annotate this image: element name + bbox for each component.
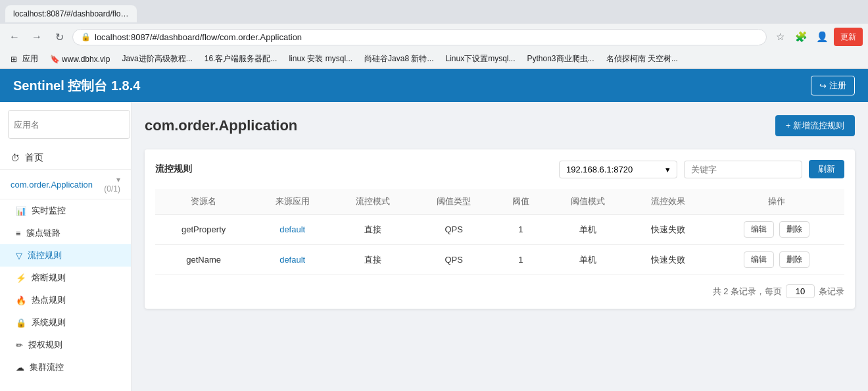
cell-source: default — [252, 245, 333, 275]
bookmark-conan[interactable]: 名侦探柯南 天空树... — [601, 52, 683, 66]
address-bar[interactable]: 🔒 localhost:8087/#/dashboard/flow/com.or… — [72, 29, 767, 45]
expand-icon: ▾ — [116, 175, 120, 184]
bookmark-client[interactable]: 16.客户端服务器配... — [199, 52, 283, 66]
cell-threshold-type: QPS — [414, 245, 494, 275]
sidebar-item-degrade[interactable]: ⚡ 熔断规则 — [0, 267, 131, 289]
bookmark-mysql2[interactable]: Linux下设置mysql... — [440, 52, 520, 66]
refresh-button[interactable]: 刷新 — [809, 160, 844, 178]
total-text: 共 2 条记录，每页 — [713, 286, 782, 298]
table-row: getName default 直接 QPS 1 单机 快速失败 编辑 删除 — [155, 245, 844, 275]
sidebar-item-cluster-flow[interactable]: ☁ 集群流控 — [0, 356, 131, 378]
bookmarks-bar: ⊞ 应用 🔖 www.dbhx.vip Java进阶高级教程... 16.客户端… — [0, 50, 868, 68]
bookmark-apps[interactable]: ⊞ 应用 — [5, 52, 43, 66]
col-threshold: 阈值 — [494, 189, 548, 215]
table-filters: 192.168.6.1:8720 ▾ 刷新 — [559, 160, 844, 178]
table-toolbar: 流控规则 192.168.6.1:8720 ▾ 刷新 — [155, 160, 844, 178]
sidebar-item-auth[interactable]: ✏ 授权规则 — [0, 334, 131, 356]
table-row: getProperty default 直接 QPS 1 单机 快速失败 编辑 … — [155, 215, 844, 245]
edit-button[interactable]: 编辑 — [744, 221, 774, 238]
cell-threshold: 1 — [494, 245, 548, 275]
reload-button[interactable]: ↻ — [50, 28, 68, 46]
browser-actions: ☆ 🧩 👤 更新 — [771, 28, 863, 46]
system-icon: 🔒 — [16, 318, 26, 328]
sidebar-item-cluster-link[interactable]: ≡ 簇点链路 — [0, 222, 131, 244]
cell-threshold-type: QPS — [414, 215, 494, 245]
cell-resource: getName — [155, 245, 252, 275]
col-threshold-type: 阈值类型 — [414, 189, 494, 215]
register-button[interactable]: ↪ 注册 — [811, 76, 855, 95]
keyword-input[interactable] — [684, 161, 802, 178]
page-header: com.order.Application + 新增流控规则 — [145, 115, 855, 136]
table-pagination: 共 2 条记录，每页 条记录 — [155, 284, 844, 298]
cluster-link-icon: ≡ — [16, 228, 21, 238]
sidebar-item-flow[interactable]: ▽ 流控规则 — [0, 244, 131, 267]
cell-threshold-mode: 单机 — [547, 245, 628, 275]
auth-icon: ✏ — [16, 340, 23, 350]
ip-select[interactable]: 192.168.6.1:8720 ▾ — [559, 161, 677, 178]
bookmark-python[interactable]: Python3商业爬虫... — [522, 52, 600, 66]
cell-effect: 快速失败 — [628, 245, 709, 275]
cell-threshold: 1 — [494, 215, 548, 245]
tab-title: localhost:8087/#/dashboard/flow/com.orde… — [13, 9, 137, 18]
browser-toolbar: ← → ↻ 🔒 localhost:8087/#/dashboard/flow/… — [0, 24, 868, 50]
ip-value: 192.168.6.1:8720 — [566, 165, 633, 174]
table-section-title: 流控规则 — [155, 163, 192, 175]
sidebar-item-system[interactable]: 🔒 系统规则 — [0, 311, 131, 334]
sidebar-item-hotspot[interactable]: 🔥 热点规则 — [0, 289, 131, 311]
realtime-icon: 📊 — [16, 206, 26, 216]
cell-flow-mode: 直接 — [333, 245, 414, 275]
browser-tab[interactable]: localhost:8087/#/dashboard/flow/com.orde… — [5, 5, 137, 22]
profile-button[interactable]: 👤 — [813, 28, 831, 46]
lock-icon: 🔒 — [81, 32, 91, 41]
page-size-input[interactable] — [786, 284, 815, 298]
flow-icon: ▽ — [16, 251, 22, 261]
cell-effect: 快速失败 — [628, 215, 709, 245]
cluster-flow-icon: ☁ — [16, 363, 24, 373]
update-button[interactable]: 更新 — [834, 28, 863, 46]
col-flow-mode: 流控模式 — [333, 189, 414, 215]
bookmark-java[interactable]: Java进阶高级教程... — [116, 52, 197, 66]
delete-button[interactable]: 删除 — [779, 251, 809, 268]
home-label: 首页 — [25, 152, 43, 164]
app-header: Sentinel 控制台 1.8.4 ↪ 注册 — [0, 69, 868, 102]
browser-tabs: localhost:8087/#/dashboard/flow/com.orde… — [0, 0, 868, 24]
col-threshold-mode: 阈值模式 — [547, 189, 628, 215]
col-source: 来源应用 — [252, 189, 333, 215]
app-body: 搜索 ⏱ 首页 com.order.Application ▾ (0/1) 📊 … — [0, 102, 868, 391]
app-title: Sentinel 控制台 1.8.4 — [13, 77, 140, 95]
sidebar-item-realtime[interactable]: 📊 实时监控 — [0, 199, 131, 222]
app-name-label: com.order.Application — [11, 180, 93, 190]
page-title: com.order.Application — [145, 117, 297, 134]
bookmark-java8[interactable]: 尚硅谷Java8 新特... — [359, 52, 439, 66]
sidebar: 搜索 ⏱ 首页 com.order.Application ▾ (0/1) 📊 … — [0, 102, 132, 391]
bookmark-dbhx[interactable]: 🔖 www.dbhx.vip — [45, 53, 115, 65]
home-icon: ⏱ — [11, 153, 20, 163]
browser-chrome: localhost:8087/#/dashboard/flow/com.orde… — [0, 0, 868, 69]
col-action: 操作 — [709, 189, 844, 215]
back-button[interactable]: ← — [5, 28, 24, 46]
add-rule-button[interactable]: + 新增流控规则 — [775, 115, 855, 136]
search-input[interactable] — [8, 110, 130, 139]
col-effect: 流控效果 — [628, 189, 709, 215]
delete-button[interactable]: 删除 — [779, 221, 809, 238]
cell-actions: 编辑 删除 — [709, 245, 844, 275]
degrade-icon: ⚡ — [16, 273, 26, 283]
sidebar-item-home[interactable]: ⏱ 首页 — [0, 147, 131, 170]
cell-resource: getProperty — [155, 215, 252, 245]
address-text: localhost:8087/#/dashboard/flow/com.orde… — [95, 32, 302, 42]
rules-table: 资源名 来源应用 流控模式 阈值类型 阈值 阈值模式 流控效果 操作 getPr… — [155, 189, 844, 275]
dbhx-icon: 🔖 — [50, 55, 59, 64]
cell-actions: 编辑 删除 — [709, 215, 844, 245]
bookmark-mysql[interactable]: linux 安装 mysql... — [283, 52, 358, 66]
cell-source: default — [252, 215, 333, 245]
hotspot-icon: 🔥 — [16, 296, 26, 305]
extension-button[interactable]: 🧩 — [792, 28, 810, 46]
edit-button[interactable]: 编辑 — [744, 251, 774, 268]
sidebar-app-item[interactable]: com.order.Application ▾ (0/1) — [0, 170, 131, 199]
main-content: com.order.Application + 新增流控规则 流控规则 192.… — [132, 102, 868, 391]
bookmark-button[interactable]: ☆ — [771, 28, 789, 46]
dropdown-icon: ▾ — [665, 165, 670, 174]
apps-icon: ⊞ — [11, 55, 20, 64]
forward-button[interactable]: → — [28, 28, 46, 46]
cell-threshold-mode: 单机 — [547, 215, 628, 245]
